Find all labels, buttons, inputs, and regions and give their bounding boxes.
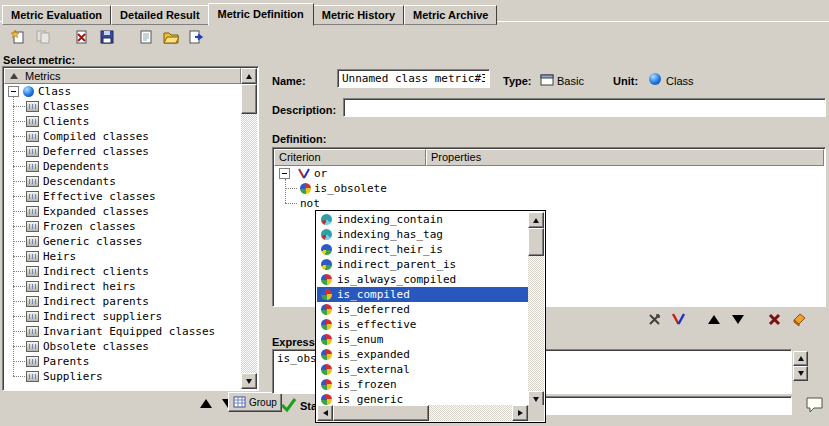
dropdown-item-indirect-heir-is[interactable]: indirect_heir_is xyxy=(317,242,528,257)
tree-item-parents[interactable]: Parents xyxy=(4,354,241,369)
group-button[interactable]: Group xyxy=(228,392,282,412)
or-operator-icon xyxy=(671,313,686,326)
tab-detailed-result[interactable]: Detailed Result xyxy=(111,5,208,25)
grid-icon xyxy=(233,396,246,408)
dropdown-vertical-scrollbar[interactable] xyxy=(528,212,544,407)
tree-item-descendants[interactable]: Descendants xyxy=(4,174,241,189)
erase-definition-button[interactable] xyxy=(789,310,807,328)
scroll-down-button[interactable] xyxy=(241,373,257,389)
criterion-node-or[interactable]: or xyxy=(274,166,824,181)
move-criterion-up-button[interactable] xyxy=(705,310,723,328)
group-button-label: Group xyxy=(249,397,277,408)
dropdown-item-is-effective[interactable]: is_effective xyxy=(317,317,528,332)
criterion-label: not xyxy=(300,197,320,210)
tree-item-dependents[interactable]: Dependents xyxy=(4,159,241,174)
open-archive-button[interactable] xyxy=(158,25,183,49)
properties-column-header[interactable]: Properties xyxy=(426,149,824,166)
delete-criterion-button[interactable] xyxy=(765,310,783,328)
criterion-node-not[interactable]: not xyxy=(274,196,824,211)
dropdown-scrollbar-thumb[interactable] xyxy=(528,228,544,256)
criterion-icon xyxy=(321,394,332,405)
dropdown-hscrollbar-thumb[interactable] xyxy=(333,405,429,421)
metrics-tree: Class Classes Clients Compiled classes D… xyxy=(4,84,241,389)
dropdown-item-is-expanded[interactable]: is_expanded xyxy=(317,347,528,362)
tree-item-obsolete-classes[interactable]: Obsolete classes xyxy=(4,339,241,354)
criterion-column-header[interactable]: Criterion xyxy=(274,149,426,166)
dropdown-item-indirect-parent-is[interactable]: indirect_parent_is xyxy=(317,257,528,272)
dropdown-item-is-deferred[interactable]: is_deferred xyxy=(317,302,528,317)
tree-item-indirect-parents[interactable]: Indirect parents xyxy=(4,294,241,309)
dropdown-scrollbar-corner xyxy=(528,405,544,421)
definition-label: Definition: xyxy=(272,133,326,145)
new-metric-icon xyxy=(10,29,26,45)
or-operator-button[interactable] xyxy=(669,310,687,328)
tab-metric-evaluation[interactable]: Metric Evaluation xyxy=(2,5,111,25)
tree-rail xyxy=(13,97,14,376)
type-value: Basic xyxy=(557,75,584,87)
tree-item-deferred-classes[interactable]: Deferred classes xyxy=(4,144,241,159)
tree-item-invariant-equipped-classes[interactable]: Invariant Equipped classes xyxy=(4,324,241,339)
tree-item-generic-classes[interactable]: Generic classes xyxy=(4,234,241,249)
export-archive-button[interactable] xyxy=(183,25,208,49)
dropdown-item-is-generic[interactable]: is_generic xyxy=(317,392,528,405)
tree-item-expanded-classes[interactable]: Expanded classes xyxy=(4,204,241,219)
tree-item-compiled-classes[interactable]: Compiled classes xyxy=(4,129,241,144)
metric-list: Metrics Class Classes Clients Compiled c… xyxy=(2,66,259,391)
tree-item-heirs[interactable]: Heirs xyxy=(4,249,241,264)
criterion-dropdown: indexing_contain indexing_has_tag indire… xyxy=(315,210,546,423)
tab-metric-history[interactable]: Metric History xyxy=(313,5,404,25)
new-metric-button[interactable] xyxy=(5,25,30,49)
expression-scroll-down-button[interactable] xyxy=(793,366,808,381)
metric-icon xyxy=(26,296,39,307)
collapse-icon[interactable] xyxy=(279,168,290,179)
save-metric-button[interactable] xyxy=(94,25,119,49)
dropdown-item-is-always-compiled[interactable]: is_always_compiled xyxy=(317,272,528,287)
delete-metric-button[interactable] xyxy=(69,25,94,49)
name-input[interactable] xyxy=(337,69,490,88)
tree-item-suppliers[interactable]: Suppliers xyxy=(4,369,241,384)
description-input[interactable] xyxy=(343,98,826,117)
dropdown-item-is-enum[interactable]: is_enum xyxy=(317,332,528,347)
tree-item-indirect-suppliers[interactable]: Indirect suppliers xyxy=(4,309,241,324)
tree-item-clients[interactable]: Clients xyxy=(4,114,241,129)
tree-item-indirect-heirs[interactable]: Indirect heirs xyxy=(4,279,241,294)
tree-item-indirect-clients[interactable]: Indirect clients xyxy=(4,264,241,279)
criterion-node-is-obsolete[interactable]: is_obsolete xyxy=(274,181,824,196)
scrollbar-thumb[interactable] xyxy=(241,84,257,114)
dropdown-horizontal-scrollbar[interactable] xyxy=(317,405,528,421)
open-archive-icon xyxy=(163,29,179,45)
dropdown-scroll-right-button[interactable] xyxy=(512,405,528,421)
metrics-column-header[interactable]: Metrics xyxy=(4,68,241,84)
dropdown-scroll-up-button[interactable] xyxy=(528,212,544,228)
tab-metric-archive[interactable]: Metric Archive xyxy=(404,5,497,25)
metric-icon xyxy=(26,176,39,187)
metrics-scrollbar[interactable] xyxy=(241,68,257,389)
tree-item-class[interactable]: Class xyxy=(4,84,241,99)
dropdown-scroll-left-button[interactable] xyxy=(317,405,333,421)
dropdown-item-indexing-contain[interactable]: indexing_contain xyxy=(317,212,528,227)
tree-item-frozen-classes[interactable]: Frozen classes xyxy=(4,219,241,234)
metric-icon xyxy=(26,236,39,247)
metric-icon xyxy=(26,311,39,322)
collapse-icon[interactable] xyxy=(8,86,19,97)
move-metric-up-button[interactable] xyxy=(199,396,213,410)
metrics-header-label: Metrics xyxy=(25,70,60,82)
tree-item-classes[interactable]: Classes xyxy=(4,99,241,114)
tree-item-effective-classes[interactable]: Effective classes xyxy=(4,189,241,204)
criterion-icon xyxy=(321,319,332,330)
metric-icon xyxy=(26,341,39,352)
move-criterion-down-button[interactable] xyxy=(729,310,747,328)
tab-metric-definition[interactable]: Metric Definition xyxy=(208,3,314,26)
new-archive-button[interactable] xyxy=(133,25,158,49)
expression-scroll-up-button[interactable] xyxy=(793,351,808,366)
swap-criterion-button[interactable] xyxy=(645,310,663,328)
scroll-up-button[interactable] xyxy=(241,68,257,84)
dropdown-item-is-external[interactable]: is_external xyxy=(317,362,528,377)
dropdown-item-is-compiled-selected[interactable]: is_compiled xyxy=(317,287,528,302)
export-archive-icon xyxy=(188,29,204,45)
copy-metric-icon xyxy=(35,29,51,45)
comment-icon[interactable] xyxy=(805,396,824,414)
copy-metric-button[interactable] xyxy=(30,25,55,49)
dropdown-item-indexing-has-tag[interactable]: indexing_has_tag xyxy=(317,227,528,242)
dropdown-item-is-frozen[interactable]: is_frozen xyxy=(317,377,528,392)
